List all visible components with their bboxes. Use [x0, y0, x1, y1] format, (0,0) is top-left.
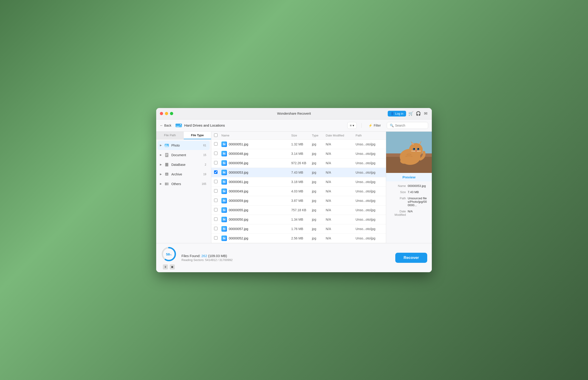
svg-point-59	[400, 158, 409, 164]
stop-button[interactable]: ⏹	[170, 265, 175, 269]
table-row[interactable]: 00000053.jpg 7.43 MB jpg N/A Unso...oto/…	[211, 168, 386, 177]
chevron-right-icon: ▶	[160, 182, 164, 185]
file-date-cell: N/A	[326, 199, 356, 203]
sidebar-label-others: Others	[171, 182, 201, 186]
user-icon: 👤	[390, 112, 394, 115]
sidebar-items: ▶ Photo 61 ▶	[156, 139, 211, 243]
login-label: Log in	[395, 112, 403, 115]
svg-rect-16	[166, 174, 167, 174]
svg-rect-3	[176, 126, 179, 127]
table-row[interactable]: 00000051.jpg 1.32 MB jpg N/A Unso...oto/…	[211, 140, 386, 149]
file-date-cell: N/A	[326, 161, 356, 165]
file-date-cell: N/A	[326, 208, 356, 212]
preview-path-value: Unsourced files/Photo/jpg/000000...	[408, 196, 428, 207]
svg-point-52	[414, 148, 415, 149]
svg-rect-13	[166, 165, 168, 166]
file-path-cell: Unso...oto/jpg	[356, 171, 383, 174]
preview-path-row: Path Unsourced files/Photo/jpg/000000...	[390, 196, 428, 207]
sidebar-item-others[interactable]: ▶ Others 165	[158, 179, 210, 189]
chevron-right-icon: ▶	[160, 173, 164, 176]
select-all-checkbox[interactable]	[214, 133, 217, 137]
sidebar-item-document[interactable]: ▶ Document 15	[158, 151, 210, 160]
mail-icon[interactable]: ✉	[423, 111, 428, 116]
row-checkbox[interactable]	[214, 161, 217, 164]
titlebar-actions: 👤 Log in 🛒 🎧 ✉	[388, 111, 428, 116]
svg-point-40	[223, 237, 224, 238]
sidebar-item-photo[interactable]: ▶ Photo 61	[158, 141, 210, 150]
svg-point-24	[223, 162, 224, 163]
file-name-cell: 00000048.jpg	[221, 151, 291, 156]
sidebar: File Path File Type ▶ Photo 61	[156, 132, 211, 243]
app-window: Wondershare Recoverit 👤 Log in 🛒 🎧 ✉ ← B…	[156, 108, 432, 272]
row-checkbox[interactable]	[214, 217, 217, 221]
file-rows: 00000051.jpg 1.32 MB jpg N/A Unso...oto/…	[211, 140, 386, 243]
table-row[interactable]: 00000049.jpg 4.03 MB jpg N/A Unso...oto/…	[211, 187, 386, 196]
sidebar-item-database[interactable]: ▶ DataBase 2	[158, 160, 210, 169]
preview-size-value: 7.43 MB	[408, 190, 419, 194]
app-title: Wondershare Recoverit	[277, 112, 311, 115]
file-type-icon	[221, 179, 227, 185]
row-checkbox[interactable]	[214, 208, 217, 211]
svg-rect-12	[166, 164, 168, 165]
row-checkbox[interactable]	[214, 189, 217, 193]
minimize-button[interactable]	[165, 112, 168, 115]
progress-text: 58%	[166, 252, 172, 256]
row-checkbox[interactable]	[214, 142, 217, 146]
sidebar-count-archive: 19	[202, 172, 208, 176]
preview-label: Preview	[386, 173, 432, 181]
sidebar-item-archive[interactable]: ▶ Archive 19	[158, 170, 210, 179]
row-checkbox[interactable]	[214, 227, 217, 230]
filter-label: Filter	[374, 124, 381, 127]
file-list: Name Size Type Date Modified Path	[211, 132, 386, 243]
chevron-down-icon: ▾	[353, 124, 354, 127]
preview-name-label: Name	[390, 184, 406, 188]
file-size-cell: 1.76 MB	[291, 227, 312, 231]
table-row[interactable]: 00000055.jpg 757.18 KB jpg N/A Unso...ot…	[211, 206, 386, 215]
sidebar-label-archive: Archive	[171, 172, 202, 176]
table-row[interactable]: 00000061.jpg 3.18 MB jpg N/A Unso...oto/…	[211, 177, 386, 187]
preview-pane: Preview Name 00000053.jpg Size 7.43 MB P…	[386, 132, 432, 243]
filter-button[interactable]: ⚡ Filter	[366, 122, 383, 129]
file-path-cell: Unso...oto/jpg	[356, 236, 383, 240]
cart-icon[interactable]: 🛒	[408, 111, 413, 116]
table-row[interactable]: 00000057.jpg 1.76 MB jpg N/A Unso...oto/…	[211, 224, 386, 234]
svg-point-32	[223, 200, 224, 200]
nav-location: Hard Drives and Locations	[175, 122, 225, 129]
preview-details: Name 00000053.jpg Size 7.43 MB Path Unso…	[386, 181, 432, 222]
row-checkbox[interactable]	[214, 171, 217, 174]
headset-icon[interactable]: 🎧	[416, 111, 421, 116]
file-size-cell: 3.87 MB	[291, 199, 312, 203]
maximize-button[interactable]	[170, 112, 173, 115]
table-row[interactable]: 00000052.jpg 2.56 MB jpg N/A Unso...oto/…	[211, 234, 386, 243]
recover-button[interactable]: Recover	[395, 253, 427, 263]
preview-date-row: DateModified N/A	[390, 209, 428, 216]
file-date-cell: N/A	[326, 227, 356, 231]
file-date-cell: N/A	[326, 218, 356, 221]
close-button[interactable]	[160, 112, 163, 115]
svg-rect-11	[166, 164, 168, 164]
file-date-cell: N/A	[326, 142, 356, 146]
file-path-cell: Unso...oto/jpg	[356, 218, 383, 221]
pause-button[interactable]: ⏸	[163, 265, 168, 269]
file-name-cell: 00000049.jpg	[221, 189, 291, 194]
row-checkbox[interactable]	[214, 236, 217, 240]
row-checkbox[interactable]	[214, 180, 217, 183]
back-button[interactable]: ← Back	[160, 124, 171, 127]
sidebar-count-photo: 61	[202, 144, 208, 147]
row-checkbox[interactable]	[214, 152, 217, 155]
archive-icon	[164, 171, 169, 177]
row-checkbox[interactable]	[214, 199, 217, 202]
tab-filetype[interactable]: File Type	[184, 132, 211, 139]
search-container[interactable]: 🔍	[387, 122, 428, 129]
tab-filepath[interactable]: File Path	[156, 132, 184, 139]
sort-button[interactable]: ≡ ▾	[347, 122, 357, 129]
file-path-cell: Unso...oto/jpg	[356, 199, 383, 203]
table-row[interactable]: 00000059.jpg 3.87 MB jpg N/A Unso...oto/…	[211, 196, 386, 206]
table-row[interactable]: 00000048.jpg 3.14 MB jpg N/A Unso...oto/…	[211, 149, 386, 158]
search-input[interactable]	[395, 124, 425, 127]
table-row[interactable]: 00000050.jpg 1.34 MB jpg N/A Unso...oto/…	[211, 215, 386, 224]
login-button[interactable]: 👤 Log in	[388, 111, 406, 116]
table-row[interactable]: 00000056.jpg 972.26 KB jpg N/A Unso...ot…	[211, 158, 386, 168]
preview-image	[386, 132, 432, 173]
traffic-lights	[160, 112, 173, 115]
